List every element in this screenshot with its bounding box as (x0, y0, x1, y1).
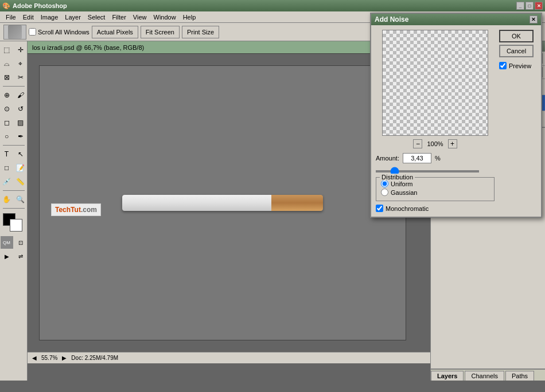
tab-channels[interactable]: Channels (465, 371, 504, 381)
monochromatic-checkbox[interactable] (376, 205, 383, 212)
status-arrow-right[interactable]: ▶ (62, 355, 67, 361)
window-buttons: _ □ ✕ (516, 2, 543, 10)
tool-shape[interactable]: □ (1, 162, 13, 174)
tool-hand[interactable]: ✋ (1, 193, 13, 206)
menu-file[interactable]: File (2, 13, 20, 22)
fit-screen-button[interactable]: Fit Screen (141, 26, 180, 38)
tab-paths[interactable]: Paths (505, 371, 534, 381)
tool-history[interactable]: ↺ (14, 103, 27, 115)
zoom-in-btn[interactable]: + (448, 139, 457, 148)
uniform-radio-row: Uniform (381, 180, 489, 187)
tool-marquee[interactable]: ⬚ (1, 44, 13, 56)
tab-layers[interactable]: Layers (431, 371, 464, 381)
tool-row-2: ⌓ ⌖ (1, 57, 27, 70)
background-color[interactable] (10, 219, 22, 232)
scroll-all-checkbox[interactable] (29, 28, 36, 36)
menu-filter[interactable]: Filter (108, 13, 129, 22)
tool-crop[interactable]: ⊠ (1, 71, 13, 84)
cigarette-white-part (122, 195, 271, 211)
add-noise-dialog: Add Noise ✕ − 100% + Amount: % (370, 13, 542, 218)
quick-mask-btn[interactable]: QM (1, 236, 13, 249)
minimize-button[interactable]: _ (516, 2, 524, 10)
tool-slice[interactable]: ✂ (14, 71, 27, 84)
uniform-radio[interactable] (381, 180, 388, 187)
monochromatic-row: Monochromatic (376, 205, 495, 212)
tool-lasso[interactable]: ⌓ (1, 57, 13, 70)
tool-row-4: ⊕ 🖌 (1, 89, 27, 101)
zoom-out-btn[interactable]: − (413, 139, 422, 148)
menu-window[interactable]: Window (150, 13, 180, 22)
tool-heal[interactable]: ⊕ (1, 89, 13, 101)
doc-size: Doc: 2.25M/4.79M (71, 355, 118, 361)
watermark: TechTut.com (51, 203, 101, 216)
watermark-text: TechTut (55, 206, 81, 214)
tool-clone[interactable]: ⊙ (1, 103, 13, 115)
jump-row: ▶ ⇌ (1, 250, 27, 262)
amount-slider[interactable] (376, 170, 479, 173)
menu-edit[interactable]: Edit (20, 13, 37, 22)
tool-eraser[interactable]: ◻ (1, 116, 13, 129)
scroll-all-check[interactable]: Scroll All Windows (29, 28, 89, 36)
maximize-button[interactable]: □ (525, 2, 534, 10)
status-bar: ◀ 55.7% ▶ Doc: 2.25M/4.79M (28, 352, 430, 363)
tool-path-select[interactable]: ↖ (14, 148, 27, 160)
amount-row: Amount: % (376, 153, 495, 163)
canvas-title: los u izradi.psd @ 66,7% (base, RGB/8) (32, 44, 144, 51)
jump2-btn[interactable]: ⇌ (14, 250, 27, 262)
tool-row-6: ◻ ▨ (1, 116, 27, 129)
ok-button[interactable]: OK (499, 30, 534, 42)
menu-image[interactable]: Image (37, 13, 62, 22)
tool-dodge[interactable]: ○ (1, 130, 13, 143)
distribution-legend: Distribution (380, 174, 415, 181)
app-icon: 🎨 (2, 2, 10, 10)
tool-row-9: □ 📝 (1, 162, 27, 174)
amount-label: Amount: (376, 155, 399, 162)
cigarette (122, 195, 323, 211)
percent-symbol: % (435, 155, 441, 162)
tool-row-11: ✋ 🔍 (1, 193, 27, 206)
menu-select[interactable]: Select (84, 13, 109, 22)
tool-magic-wand[interactable]: ⌖ (14, 57, 27, 70)
preview-label: Preview (509, 62, 531, 69)
tool-separator-1 (3, 86, 25, 87)
tool-eyedropper[interactable]: 💉 (1, 175, 13, 188)
tool-text[interactable]: T (1, 148, 13, 160)
gaussian-radio[interactable] (381, 189, 388, 196)
actual-pixels-button[interactable]: Actual Pixels (92, 26, 138, 38)
dialog-close-button[interactable]: ✕ (530, 15, 538, 23)
tool-row-5: ⊙ ↺ (1, 103, 27, 115)
print-size-button[interactable]: Print Size (182, 26, 219, 38)
screen-mode-btn[interactable]: ⊡ (14, 236, 27, 249)
zoom-level-display: 100% (427, 140, 443, 147)
tool-zoom[interactable]: 🔍 (14, 193, 27, 206)
menu-help[interactable]: Help (180, 13, 200, 22)
cancel-button[interactable]: Cancel (499, 45, 534, 57)
mode-row: QM ⊡ (1, 236, 27, 249)
tool-measure[interactable]: 📏 (14, 175, 27, 188)
tool-separator-4 (3, 208, 25, 209)
tool-brush[interactable]: 🖌 (14, 89, 27, 101)
preview-checker (383, 30, 488, 135)
monochromatic-label: Monochromatic (386, 205, 429, 212)
tool-notes[interactable]: 📝 (14, 162, 27, 174)
canvas-content: TechTut.com (39, 65, 406, 340)
gaussian-radio-row: Gaussian (381, 189, 489, 196)
watermark-suffix: .com (81, 206, 97, 214)
menu-view[interactable]: View (130, 13, 150, 22)
zoom-level: 55.7% (41, 355, 57, 361)
amount-input[interactable] (403, 153, 431, 163)
dialog-preview-area (382, 30, 488, 136)
tool-row-3: ⊠ ✂ (1, 71, 27, 84)
tool-gradient[interactable]: ▨ (14, 116, 27, 129)
menu-layer[interactable]: Layer (61, 13, 84, 22)
app-title: Adobe Photoshop (13, 2, 67, 9)
preview-checkbox-row: Preview (499, 62, 536, 69)
tool-pen[interactable]: ✒ (14, 130, 27, 143)
status-arrow-left[interactable]: ◀ (32, 355, 37, 361)
jump-btn[interactable]: ▶ (1, 250, 13, 262)
close-button[interactable]: ✕ (535, 2, 543, 10)
tool-move[interactable]: ✛ (14, 44, 27, 56)
preview-checkbox[interactable] (499, 62, 507, 69)
tool-row-7: ○ ✒ (1, 130, 27, 143)
dialog-content-row: − 100% + Amount: % Distribution Uniform (376, 30, 536, 212)
